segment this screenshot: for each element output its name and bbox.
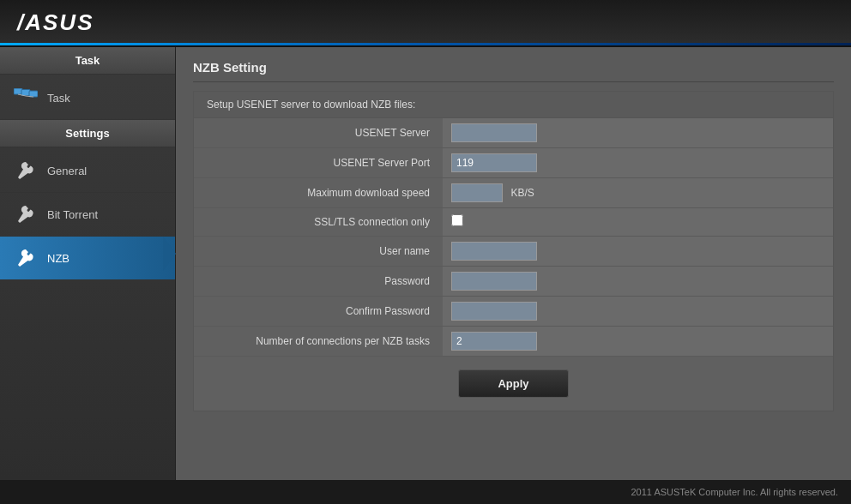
usenet-port-input[interactable] — [451, 153, 537, 172]
bittorrent-item-label: Bit Torrent — [47, 208, 98, 221]
apply-row: Apply — [194, 357, 833, 411]
max-speed-label: Maximum download speed — [194, 178, 443, 208]
usenet-server-input[interactable] — [451, 123, 537, 142]
footer: 2011 ASUSTeK Computer Inc. All rights re… — [0, 480, 851, 504]
max-speed-input[interactable] — [451, 183, 503, 202]
wrench-icon-general — [13, 158, 39, 183]
connections-value-cell — [443, 327, 833, 357]
ssl-value-cell — [443, 208, 833, 237]
usenet-server-value-cell — [443, 118, 833, 148]
confirm-password-input[interactable] — [451, 302, 537, 321]
setup-description: Setup USENET server to download NZB file… — [194, 92, 833, 118]
sidebar-item-bittorrent[interactable]: Bit Torrent — [0, 193, 175, 237]
usenet-port-row: USENET Server Port — [194, 148, 833, 178]
svg-rect-2 — [29, 91, 38, 97]
ssl-label: SSL/TLS connection only — [194, 208, 443, 237]
sidebar-item-general[interactable]: General — [0, 149, 175, 193]
sidebar-item-nzb[interactable]: NZB — [0, 237, 175, 280]
connections-label: Number of connections per NZB tasks — [194, 327, 443, 357]
connections-row: Number of connections per NZB tasks — [194, 327, 833, 357]
content-area: NZB Setting Setup USENET server to downl… — [176, 47, 851, 480]
settings-box: Setup USENET server to download NZB file… — [193, 91, 834, 411]
general-item-label: General — [47, 165, 87, 177]
usenet-port-label: USENET Server Port — [194, 148, 443, 178]
task-item-label: Task — [47, 92, 70, 105]
password-label: Password — [194, 267, 443, 297]
settings-section-header: Settings — [0, 120, 175, 147]
wrench-icon-bittorrent — [13, 201, 39, 227]
confirm-password-row: Confirm Password — [194, 297, 833, 327]
asus-logo: /ASUS — [17, 9, 94, 36]
confirm-password-value-cell — [443, 297, 833, 327]
speed-unit: KB/S — [510, 187, 534, 199]
usenet-server-label: USENET Server — [194, 118, 443, 148]
apply-cell: Apply — [194, 357, 833, 411]
usenet-server-row: USENET Server — [194, 118, 833, 148]
form-table: USENET Server USENET Server Port Maximum… — [194, 118, 833, 411]
copyright-text: 2011 ASUSTeK Computer Inc. All rights re… — [631, 487, 838, 497]
connections-input[interactable] — [451, 332, 537, 351]
username-input[interactable] — [451, 242, 537, 261]
main-layout: Task Task Settings General — [0, 47, 851, 480]
ssl-checkbox[interactable] — [451, 214, 463, 226]
username-value-cell — [443, 237, 833, 267]
max-speed-value-cell: KB/S — [443, 178, 833, 208]
password-value-cell — [443, 267, 833, 297]
username-row: User name — [194, 237, 833, 267]
page-title: NZB Setting — [193, 60, 834, 82]
password-input[interactable] — [451, 272, 537, 291]
ssl-row: SSL/TLS connection only — [194, 208, 833, 237]
nzb-item-label: NZB — [47, 252, 69, 265]
usenet-port-value-cell — [443, 148, 833, 178]
confirm-password-label: Confirm Password — [194, 297, 443, 327]
wrench-icon-nzb — [13, 245, 39, 271]
task-section-header: Task — [0, 47, 175, 75]
password-row: Password — [194, 267, 833, 297]
username-label: User name — [194, 237, 443, 267]
max-speed-row: Maximum download speed KB/S — [194, 178, 833, 208]
network-icon — [13, 85, 39, 111]
sidebar: Task Task Settings General — [0, 47, 176, 480]
apply-button[interactable]: Apply — [458, 369, 568, 398]
sidebar-item-task[interactable]: Task — [0, 76, 175, 120]
header: /ASUS — [0, 0, 851, 47]
